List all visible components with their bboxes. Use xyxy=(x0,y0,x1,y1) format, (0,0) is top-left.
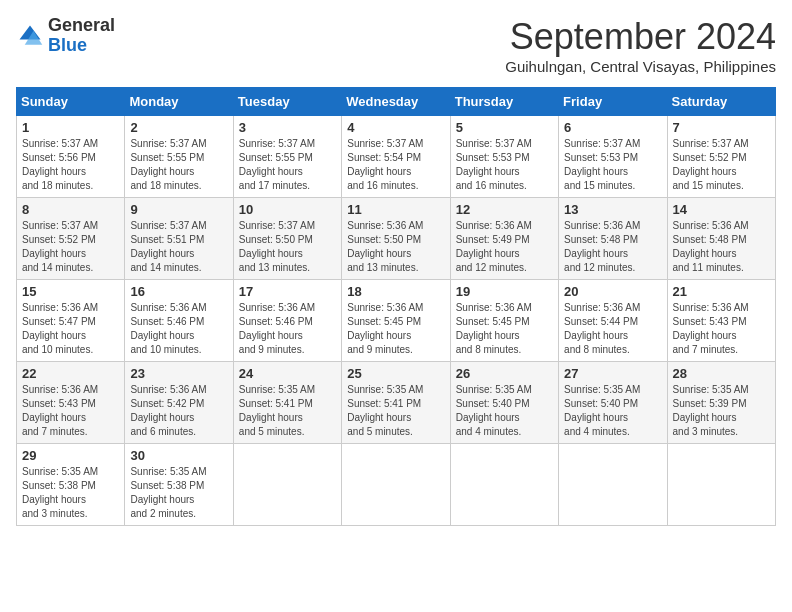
day-detail: Sunrise: 5:35 AMSunset: 5:38 PMDaylight … xyxy=(130,466,206,519)
day-detail: Sunrise: 5:36 AMSunset: 5:48 PMDaylight … xyxy=(673,220,749,273)
day-number: 30 xyxy=(130,448,227,463)
day-number: 28 xyxy=(673,366,770,381)
weekday-header: Thursday xyxy=(450,88,558,116)
calendar-cell: 3Sunrise: 5:37 AMSunset: 5:55 PMDaylight… xyxy=(233,116,341,198)
weekday-header: Saturday xyxy=(667,88,775,116)
day-detail: Sunrise: 5:36 AMSunset: 5:43 PMDaylight … xyxy=(673,302,749,355)
day-detail: Sunrise: 5:36 AMSunset: 5:42 PMDaylight … xyxy=(130,384,206,437)
day-number: 17 xyxy=(239,284,336,299)
calendar-cell: 4Sunrise: 5:37 AMSunset: 5:54 PMDaylight… xyxy=(342,116,450,198)
calendar-cell: 23Sunrise: 5:36 AMSunset: 5:42 PMDayligh… xyxy=(125,362,233,444)
weekday-header: Tuesday xyxy=(233,88,341,116)
calendar-cell: 7Sunrise: 5:37 AMSunset: 5:52 PMDaylight… xyxy=(667,116,775,198)
day-detail: Sunrise: 5:37 AMSunset: 5:53 PMDaylight … xyxy=(564,138,640,191)
calendar-cell: 18Sunrise: 5:36 AMSunset: 5:45 PMDayligh… xyxy=(342,280,450,362)
calendar-cell xyxy=(667,444,775,526)
calendar-cell: 26Sunrise: 5:35 AMSunset: 5:40 PMDayligh… xyxy=(450,362,558,444)
day-detail: Sunrise: 5:35 AMSunset: 5:41 PMDaylight … xyxy=(239,384,315,437)
day-detail: Sunrise: 5:37 AMSunset: 5:55 PMDaylight … xyxy=(239,138,315,191)
calendar-cell: 19Sunrise: 5:36 AMSunset: 5:45 PMDayligh… xyxy=(450,280,558,362)
logo-icon xyxy=(16,22,44,50)
page-header: General Blue September 2024 Guihulngan, … xyxy=(16,16,776,75)
title-block: September 2024 Guihulngan, Central Visay… xyxy=(505,16,776,75)
day-number: 10 xyxy=(239,202,336,217)
day-detail: Sunrise: 5:37 AMSunset: 5:55 PMDaylight … xyxy=(130,138,206,191)
location: Guihulngan, Central Visayas, Philippines xyxy=(505,58,776,75)
day-detail: Sunrise: 5:36 AMSunset: 5:46 PMDaylight … xyxy=(130,302,206,355)
day-number: 12 xyxy=(456,202,553,217)
day-detail: Sunrise: 5:35 AMSunset: 5:41 PMDaylight … xyxy=(347,384,423,437)
day-number: 19 xyxy=(456,284,553,299)
day-number: 16 xyxy=(130,284,227,299)
weekday-header: Friday xyxy=(559,88,667,116)
day-detail: Sunrise: 5:37 AMSunset: 5:52 PMDaylight … xyxy=(673,138,749,191)
calendar-cell: 20Sunrise: 5:36 AMSunset: 5:44 PMDayligh… xyxy=(559,280,667,362)
day-detail: Sunrise: 5:37 AMSunset: 5:56 PMDaylight … xyxy=(22,138,98,191)
calendar-cell: 12Sunrise: 5:36 AMSunset: 5:49 PMDayligh… xyxy=(450,198,558,280)
day-number: 24 xyxy=(239,366,336,381)
day-number: 7 xyxy=(673,120,770,135)
day-number: 15 xyxy=(22,284,119,299)
day-detail: Sunrise: 5:36 AMSunset: 5:47 PMDaylight … xyxy=(22,302,98,355)
day-detail: Sunrise: 5:37 AMSunset: 5:51 PMDaylight … xyxy=(130,220,206,273)
day-detail: Sunrise: 5:36 AMSunset: 5:45 PMDaylight … xyxy=(456,302,532,355)
day-number: 11 xyxy=(347,202,444,217)
day-number: 26 xyxy=(456,366,553,381)
day-detail: Sunrise: 5:37 AMSunset: 5:52 PMDaylight … xyxy=(22,220,98,273)
calendar-cell: 21Sunrise: 5:36 AMSunset: 5:43 PMDayligh… xyxy=(667,280,775,362)
calendar-cell: 27Sunrise: 5:35 AMSunset: 5:40 PMDayligh… xyxy=(559,362,667,444)
calendar-cell xyxy=(342,444,450,526)
logo-general-text: General xyxy=(48,15,115,35)
calendar-cell: 14Sunrise: 5:36 AMSunset: 5:48 PMDayligh… xyxy=(667,198,775,280)
day-number: 4 xyxy=(347,120,444,135)
day-detail: Sunrise: 5:37 AMSunset: 5:53 PMDaylight … xyxy=(456,138,532,191)
day-number: 20 xyxy=(564,284,661,299)
calendar-cell: 6Sunrise: 5:37 AMSunset: 5:53 PMDaylight… xyxy=(559,116,667,198)
calendar-cell: 13Sunrise: 5:36 AMSunset: 5:48 PMDayligh… xyxy=(559,198,667,280)
day-detail: Sunrise: 5:36 AMSunset: 5:50 PMDaylight … xyxy=(347,220,423,273)
calendar-cell: 28Sunrise: 5:35 AMSunset: 5:39 PMDayligh… xyxy=(667,362,775,444)
calendar-cell: 24Sunrise: 5:35 AMSunset: 5:41 PMDayligh… xyxy=(233,362,341,444)
calendar-cell: 29Sunrise: 5:35 AMSunset: 5:38 PMDayligh… xyxy=(17,444,125,526)
calendar-cell: 8Sunrise: 5:37 AMSunset: 5:52 PMDaylight… xyxy=(17,198,125,280)
day-number: 6 xyxy=(564,120,661,135)
day-detail: Sunrise: 5:37 AMSunset: 5:54 PMDaylight … xyxy=(347,138,423,191)
weekday-header: Monday xyxy=(125,88,233,116)
day-detail: Sunrise: 5:36 AMSunset: 5:48 PMDaylight … xyxy=(564,220,640,273)
day-number: 21 xyxy=(673,284,770,299)
day-number: 3 xyxy=(239,120,336,135)
day-number: 29 xyxy=(22,448,119,463)
month-title: September 2024 xyxy=(505,16,776,58)
day-number: 2 xyxy=(130,120,227,135)
day-number: 23 xyxy=(130,366,227,381)
day-detail: Sunrise: 5:35 AMSunset: 5:40 PMDaylight … xyxy=(564,384,640,437)
day-number: 18 xyxy=(347,284,444,299)
day-number: 27 xyxy=(564,366,661,381)
day-number: 9 xyxy=(130,202,227,217)
calendar-cell: 9Sunrise: 5:37 AMSunset: 5:51 PMDaylight… xyxy=(125,198,233,280)
day-detail: Sunrise: 5:37 AMSunset: 5:50 PMDaylight … xyxy=(239,220,315,273)
day-detail: Sunrise: 5:36 AMSunset: 5:43 PMDaylight … xyxy=(22,384,98,437)
day-number: 13 xyxy=(564,202,661,217)
calendar-cell: 22Sunrise: 5:36 AMSunset: 5:43 PMDayligh… xyxy=(17,362,125,444)
calendar-cell xyxy=(450,444,558,526)
calendar-header: SundayMondayTuesdayWednesdayThursdayFrid… xyxy=(17,88,776,116)
day-detail: Sunrise: 5:36 AMSunset: 5:44 PMDaylight … xyxy=(564,302,640,355)
calendar-cell: 15Sunrise: 5:36 AMSunset: 5:47 PMDayligh… xyxy=(17,280,125,362)
calendar-body: 1Sunrise: 5:37 AMSunset: 5:56 PMDaylight… xyxy=(17,116,776,526)
logo-blue-text: Blue xyxy=(48,35,87,55)
calendar-cell: 1Sunrise: 5:37 AMSunset: 5:56 PMDaylight… xyxy=(17,116,125,198)
weekday-header: Wednesday xyxy=(342,88,450,116)
day-detail: Sunrise: 5:36 AMSunset: 5:46 PMDaylight … xyxy=(239,302,315,355)
day-number: 14 xyxy=(673,202,770,217)
day-number: 5 xyxy=(456,120,553,135)
day-detail: Sunrise: 5:35 AMSunset: 5:39 PMDaylight … xyxy=(673,384,749,437)
day-detail: Sunrise: 5:35 AMSunset: 5:38 PMDaylight … xyxy=(22,466,98,519)
day-detail: Sunrise: 5:36 AMSunset: 5:45 PMDaylight … xyxy=(347,302,423,355)
day-number: 25 xyxy=(347,366,444,381)
calendar-cell: 17Sunrise: 5:36 AMSunset: 5:46 PMDayligh… xyxy=(233,280,341,362)
day-number: 1 xyxy=(22,120,119,135)
calendar-cell: 30Sunrise: 5:35 AMSunset: 5:38 PMDayligh… xyxy=(125,444,233,526)
calendar-cell: 11Sunrise: 5:36 AMSunset: 5:50 PMDayligh… xyxy=(342,198,450,280)
calendar-cell: 2Sunrise: 5:37 AMSunset: 5:55 PMDaylight… xyxy=(125,116,233,198)
